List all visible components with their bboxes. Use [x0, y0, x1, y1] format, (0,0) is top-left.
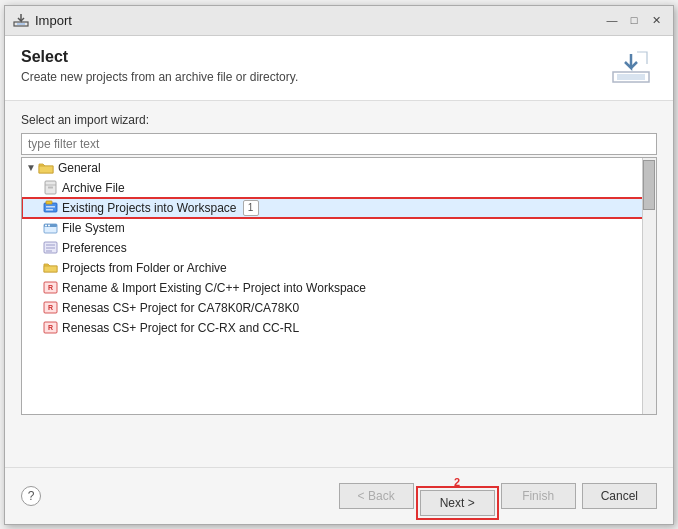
filter-input[interactable] — [21, 133, 657, 155]
filesystem-icon — [42, 220, 58, 236]
svg-rect-9 — [48, 187, 53, 189]
header-icon — [609, 48, 657, 88]
folder-icon — [38, 160, 54, 176]
right-btn-group: < Back 2 Next > Finish Cancel — [339, 476, 657, 516]
maximize-button[interactable]: □ — [625, 11, 643, 29]
svg-text:R: R — [47, 324, 52, 331]
svg-rect-12 — [46, 206, 55, 208]
tree-item-renesas-ccrx-label: Renesas CS+ Project for CC-RX and CC-RL — [62, 321, 299, 335]
tree-item-renesas-ca78k-label: Renesas CS+ Project for CA78K0R/CA78K0 — [62, 301, 299, 315]
next-annotation: 2 — [454, 476, 460, 488]
renesas-icon-3: R — [42, 320, 58, 336]
tree-item-renesas-ccrx[interactable]: R Renesas CS+ Project for CC-RX and CC-R… — [22, 318, 656, 338]
tree-item-archive-label: Archive File — [62, 181, 125, 195]
svg-text:R: R — [47, 304, 52, 311]
tree-item-filesystem-label: File System — [62, 221, 125, 235]
svg-rect-22 — [44, 266, 57, 272]
tree-item-filesystem[interactable]: File System — [22, 218, 656, 238]
title-bar-left: Import — [13, 12, 72, 28]
wizard-label: Select an import wizard: — [21, 113, 657, 127]
projects-icon — [42, 200, 58, 216]
tree-item-preferences[interactable]: Preferences — [22, 238, 656, 258]
projects-folder-icon — [42, 260, 58, 276]
content-section: Select an import wizard: ▼ General — [5, 101, 673, 427]
svg-rect-11 — [46, 201, 52, 204]
renesas-icon-2: R — [42, 300, 58, 316]
left-btn-group: ? — [21, 486, 41, 506]
svg-rect-4 — [617, 74, 645, 80]
import-icon — [13, 12, 29, 28]
tree-item-projects-folder-label: Projects from Folder or Archive — [62, 261, 227, 275]
tree-item-existing-projects[interactable]: Existing Projects into Workspace 1 — [22, 198, 656, 218]
expand-icon: ▼ — [26, 162, 36, 173]
spacer — [5, 427, 673, 467]
renesas-icon-1: R — [42, 280, 58, 296]
svg-point-17 — [48, 225, 50, 227]
scrollbar-track[interactable] — [642, 158, 656, 414]
tree-item-general-label: General — [58, 161, 101, 175]
finish-button[interactable]: Finish — [501, 483, 576, 509]
next-button[interactable]: Next > — [420, 490, 495, 516]
window-title: Import — [35, 13, 72, 28]
preferences-icon — [42, 240, 58, 256]
next-button-container: 2 Next > — [420, 476, 495, 516]
svg-rect-1 — [17, 23, 25, 25]
button-section: ? < Back 2 Next > Finish Cancel — [5, 467, 673, 524]
close-button[interactable]: ✕ — [647, 11, 665, 29]
tree-item-archive[interactable]: Archive File — [22, 178, 656, 198]
tree-container[interactable]: ▼ General Archive — [21, 157, 657, 415]
svg-text:R: R — [47, 284, 52, 291]
annotation-1: 1 — [243, 200, 259, 216]
tree-item-preferences-label: Preferences — [62, 241, 127, 255]
title-bar: Import — □ ✕ — [5, 6, 673, 36]
help-button[interactable]: ? — [21, 486, 41, 506]
title-controls: — □ ✕ — [603, 11, 665, 29]
tree-item-rename-import[interactable]: R Rename & Import Existing C/C++ Project… — [22, 278, 656, 298]
scrollbar-thumb[interactable] — [643, 160, 655, 210]
svg-rect-13 — [46, 209, 53, 211]
tree-item-existing-projects-label: Existing Projects into Workspace — [62, 201, 237, 215]
tree-item-general[interactable]: ▼ General — [22, 158, 656, 178]
archive-icon — [42, 180, 58, 196]
header-subtitle: Create new projects from an archive file… — [21, 70, 298, 84]
svg-point-16 — [45, 225, 47, 227]
import-dialog: Import — □ ✕ Select Create new projects … — [4, 5, 674, 525]
svg-rect-6 — [39, 166, 53, 173]
back-button[interactable]: < Back — [339, 483, 414, 509]
header-title: Select — [21, 48, 298, 66]
minimize-button[interactable]: — — [603, 11, 621, 29]
header-section: Select Create new projects from an archi… — [5, 36, 673, 101]
tree-item-renesas-ca78k[interactable]: R Renesas CS+ Project for CA78K0R/CA78K0 — [22, 298, 656, 318]
tree-item-rename-label: Rename & Import Existing C/C++ Project i… — [62, 281, 366, 295]
header-text: Select Create new projects from an archi… — [21, 48, 298, 84]
tree-item-projects-folder[interactable]: Projects from Folder or Archive — [22, 258, 656, 278]
cancel-button[interactable]: Cancel — [582, 483, 657, 509]
